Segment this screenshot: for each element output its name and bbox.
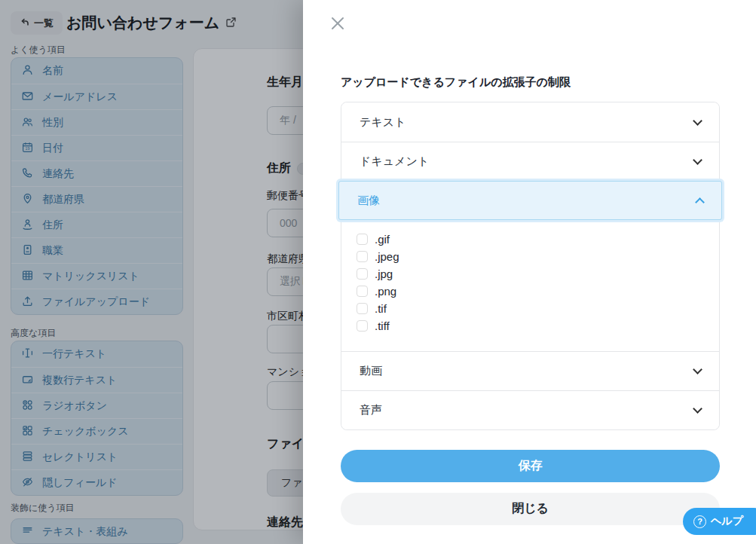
chevron-down-icon	[693, 116, 702, 126]
extension-option-gif[interactable]: .gif	[341, 231, 719, 248]
image-extensions-panel: .gif .jpeg .jpg .png .tif .tiff	[341, 220, 719, 351]
accordion-row-audio[interactable]: 音声	[341, 390, 719, 429]
chevron-down-icon	[693, 404, 702, 414]
accordion-row-text[interactable]: テキスト	[341, 102, 719, 142]
save-button[interactable]: 保存	[341, 450, 720, 482]
extension-option-png[interactable]: .png	[341, 283, 719, 300]
chevron-down-icon	[693, 155, 702, 165]
modal-title: アップロードできるファイルの拡張子の制限	[341, 75, 571, 90]
extension-accordion: テキスト ドキュメント 画像 .gif .jpeg .jpg	[341, 102, 720, 430]
help-button[interactable]: ? ヘルプ	[683, 508, 756, 535]
close-button[interactable]: 閉じる	[341, 493, 720, 525]
checkbox-unchecked[interactable]	[357, 303, 368, 314]
chevron-down-icon	[693, 365, 702, 374]
extension-option-tif[interactable]: .tif	[341, 300, 719, 317]
checkbox-unchecked[interactable]	[357, 234, 368, 245]
extension-option-jpg[interactable]: .jpg	[341, 265, 719, 283]
checkbox-unchecked[interactable]	[357, 286, 368, 297]
accordion-row-document[interactable]: ドキュメント	[341, 142, 719, 181]
extension-option-jpeg[interactable]: .jpeg	[341, 248, 719, 265]
extension-option-tiff[interactable]: .tiff	[341, 317, 719, 335]
file-extension-modal: アップロードできるファイルの拡張子の制限 テキスト ドキュメント 画像 .gif…	[303, 0, 756, 544]
close-icon[interactable]	[329, 15, 346, 32]
checkbox-unchecked[interactable]	[357, 251, 368, 262]
accordion-row-video[interactable]: 動画	[341, 351, 719, 390]
question-icon: ?	[693, 515, 706, 528]
checkbox-unchecked[interactable]	[357, 268, 368, 280]
accordion-row-image[interactable]: 画像	[338, 181, 722, 220]
help-label: ヘルプ	[711, 515, 743, 528]
chevron-up-icon	[695, 197, 705, 207]
checkbox-unchecked[interactable]	[357, 320, 368, 332]
